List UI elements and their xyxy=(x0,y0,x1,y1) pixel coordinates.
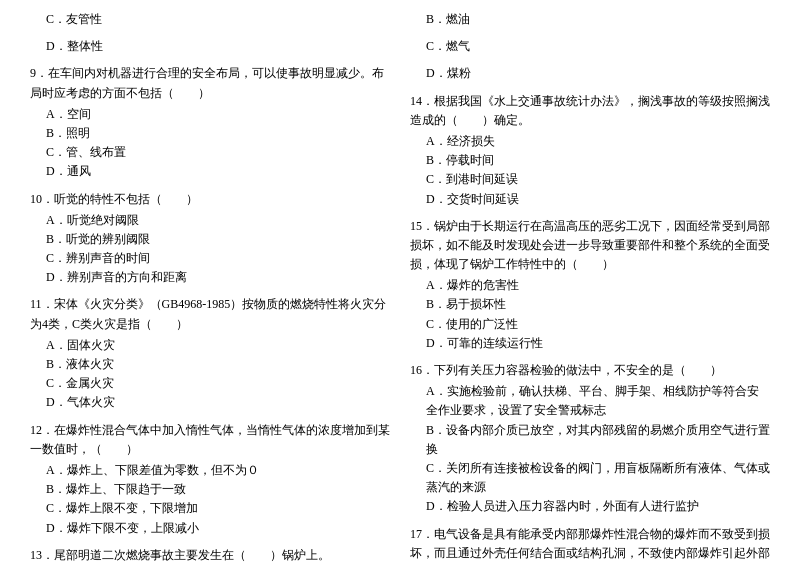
option-a: A．固体火灾 xyxy=(46,336,390,355)
option-d-coal: D．煤粉 xyxy=(410,64,770,83)
option-a: A．实施检验前，确认扶梯、平台、脚手架、相线防护等符合安全作业要求，设置了安全警… xyxy=(426,382,770,420)
option-d: D．交货时间延误 xyxy=(426,190,770,209)
option-c: C．到港时间延误 xyxy=(426,170,770,189)
option-b: B．爆炸上、下限趋于一致 xyxy=(46,480,390,499)
question-14: 14．根据我国《水上交通事故统计办法》，搁浅事故的等级按照搁浅造成的（ ）确定。… xyxy=(410,92,770,209)
question-text: 14．根据我国《水上交通事故统计办法》，搁浅事故的等级按照搁浅造成的（ ）确定。 xyxy=(410,92,770,130)
option-d: D．气体火灾 xyxy=(46,393,390,412)
option-c-friendly: C．友管性 xyxy=(30,10,390,29)
question-11: 11．宋体《火灾分类》（GB4968-1985）按物质的燃烧特性将火灾分为4类，… xyxy=(30,295,390,412)
question-12: 12．在爆炸性混合气体中加入惰性气体，当惰性气体的浓度增加到某一数值时，（ ） … xyxy=(30,421,390,538)
question-text: 15．锅炉由于长期运行在高温高压的恶劣工况下，因面经常受到局部损坏，如不能及时发… xyxy=(410,217,770,275)
option-c: C．关闭所有连接被检设备的阀门，用盲板隔断所有液体、气体或蒸汽的来源 xyxy=(426,459,770,497)
option-b: B．液体火灾 xyxy=(46,355,390,374)
question-text: 12．在爆炸性混合气体中加入惰性气体，当惰性气体的浓度增加到某一数值时，（ ） xyxy=(30,421,390,459)
question-text: 16．下列有关压力容器检验的做法中，不安全的是（ ） xyxy=(410,361,770,380)
page-content: C．友管性 D．整体性 9．在车间内对机器进行合理的安全布局，可以使事故明显减少… xyxy=(30,10,770,565)
option-a: A．听觉绝对阈限 xyxy=(46,211,390,230)
option-text: B．燃油 xyxy=(426,10,770,29)
option-b: B．听觉的辨别阈限 xyxy=(46,230,390,249)
two-column-layout: C．友管性 D．整体性 9．在车间内对机器进行合理的安全布局，可以使事故明显减少… xyxy=(30,10,770,565)
question-text: 17．电气设备是具有能承受内部那爆炸性混合物的爆炸而不致受到损坏，而且通过外壳任… xyxy=(410,525,770,566)
question-9: 9．在车间内对机器进行合理的安全布局，可以使事故明显减少。布局时应考虑的方面不包… xyxy=(30,64,390,181)
option-d: D．可靠的连续运行性 xyxy=(426,334,770,353)
option-text: D．整体性 xyxy=(46,37,390,56)
option-b: B．设备内部介质已放空，对其内部残留的易燃介质用空气进行置换 xyxy=(426,421,770,459)
option-d: D．爆炸下限不变，上限减小 xyxy=(46,519,390,538)
option-b-fuel-oil: B．燃油 xyxy=(410,10,770,29)
option-b: B．易于损坏性 xyxy=(426,295,770,314)
option-d: D．辨别声音的方向和距离 xyxy=(46,268,390,287)
option-b: B．照明 xyxy=(46,124,390,143)
option-d-integrity: D．整体性 xyxy=(30,37,390,56)
question-10: 10．听觉的特性不包括（ ） A．听觉绝对阈限 B．听觉的辨别阈限 C．辨别声音… xyxy=(30,190,390,288)
option-text: D．煤粉 xyxy=(426,64,770,83)
option-d: D．检验人员进入压力容器内时，外面有人进行监护 xyxy=(426,497,770,516)
option-c: C．辨别声音的时间 xyxy=(46,249,390,268)
option-a: A．经济损失 xyxy=(426,132,770,151)
question-16: 16．下列有关压力容器检验的做法中，不安全的是（ ） A．实施检验前，确认扶梯、… xyxy=(410,361,770,517)
option-text: C．燃气 xyxy=(426,37,770,56)
question-15: 15．锅炉由于长期运行在高温高压的恶劣工况下，因面经常受到局部损坏，如不能及时发… xyxy=(410,217,770,353)
question-text: 11．宋体《火灾分类》（GB4968-1985）按物质的燃烧特性将火灾分为4类，… xyxy=(30,295,390,333)
option-c: C．爆炸上限不变，下限增加 xyxy=(46,499,390,518)
option-c: C．使用的广泛性 xyxy=(426,315,770,334)
option-a: A．空间 xyxy=(46,105,390,124)
right-column: B．燃油 C．燃气 D．煤粉 14．根据我国《水上交通事故统计办法》，搁浅事故的… xyxy=(410,10,770,565)
question-text: 13．尾部明道二次燃烧事故主要发生在（ ）锅炉上。 xyxy=(30,546,390,565)
option-a: A．爆炸的危害性 xyxy=(426,276,770,295)
question-17: 17．电气设备是具有能承受内部那爆炸性混合物的爆炸而不致受到损坏，而且通过外壳任… xyxy=(410,525,770,566)
option-text: C．友管性 xyxy=(46,10,390,29)
question-text: 10．听觉的特性不包括（ ） xyxy=(30,190,390,209)
option-a: A．爆炸上、下限差值为零数，但不为０ xyxy=(46,461,390,480)
left-column: C．友管性 D．整体性 9．在车间内对机器进行合理的安全布局，可以使事故明显减少… xyxy=(30,10,390,565)
option-d: D．通风 xyxy=(46,162,390,181)
option-c: C．管、线布置 xyxy=(46,143,390,162)
question-text: 9．在车间内对机器进行合理的安全布局，可以使事故明显减少。布局时应考虑的方面不包… xyxy=(30,64,390,102)
option-c-gas: C．燃气 xyxy=(410,37,770,56)
option-c: C．金属火灾 xyxy=(46,374,390,393)
option-b: B．停载时间 xyxy=(426,151,770,170)
question-13: 13．尾部明道二次燃烧事故主要发生在（ ）锅炉上。 A．燃煤 xyxy=(30,546,390,565)
